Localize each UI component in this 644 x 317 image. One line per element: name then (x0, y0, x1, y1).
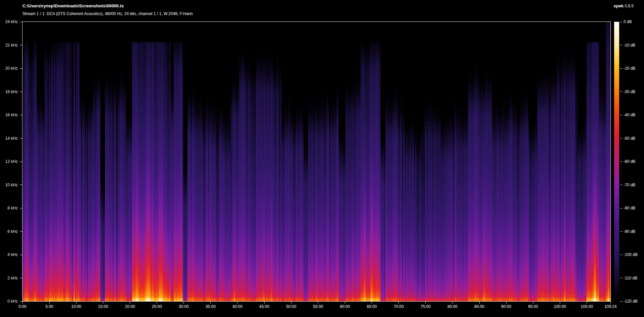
time-tick-label: 40:00 (232, 304, 243, 309)
time-tick (610, 302, 611, 304)
colorbar-tick-label: -20 dB (624, 66, 635, 71)
frequency-tick-label: 4 kHz (0, 252, 18, 257)
colorbar-tick-label: -50 dB (624, 136, 635, 141)
frequency-tick (20, 45, 22, 45)
time-tick-label: 100:00 (554, 304, 566, 309)
spectrogram-heatmap (22, 22, 610, 301)
frequency-tick-label: 20 kHz (0, 66, 18, 71)
time-tick (560, 302, 560, 304)
time-tick (318, 302, 318, 304)
time-tick (506, 302, 506, 304)
app-brand: spek 0.8.5 (613, 3, 634, 8)
frequency-tick (20, 138, 22, 138)
app-name: spek (613, 3, 624, 8)
time-tick (479, 302, 480, 304)
time-tick-label: 45:00 (259, 304, 269, 309)
colorbar-tick (620, 91, 622, 92)
time-tick-label: 65:00 (367, 304, 377, 309)
frequency-tick (20, 68, 22, 69)
time-tick-label: 90:00 (501, 304, 511, 309)
time-tick-label: 95:00 (528, 304, 538, 309)
time-tick (49, 302, 50, 304)
time-tick-label: 20:00 (125, 304, 135, 309)
frequency-tick (20, 185, 22, 185)
time-tick (22, 302, 23, 304)
frequency-tick-label: 16 kHz (0, 113, 18, 117)
stream-info: Stream 1 / 1: DCA (DTS Coherent Acoustic… (22, 11, 193, 16)
colorbar-tick (620, 138, 622, 138)
time-tick-label: 30:00 (179, 304, 189, 309)
colorbar-tick (620, 22, 622, 22)
spectrogram-plot-frame (22, 21, 611, 302)
time-tick-label: 85:00 (474, 304, 484, 309)
frequency-tick-label: 22 kHz (0, 43, 18, 48)
colorbar-tick (620, 68, 622, 69)
time-tick-label: 35:00 (206, 304, 216, 309)
frequency-tick-label: 12 kHz (0, 159, 18, 164)
time-tick-label: 70:00 (394, 304, 404, 309)
frequency-tick-label: 0 kHz (0, 299, 18, 304)
colorbar-tick (620, 278, 622, 278)
time-tick (264, 302, 265, 304)
frequency-tick (20, 91, 22, 92)
colorbar-tick (620, 208, 622, 208)
time-tick (372, 302, 372, 304)
colorbar-tick-label: -120 dB (624, 299, 638, 304)
frequency-tick (20, 115, 22, 115)
app-version: 0.8.5 (625, 4, 634, 8)
time-tick-label: 109:24 (604, 304, 617, 309)
frequency-tick-label: 14 kHz (0, 136, 18, 141)
time-tick-label: 80:00 (447, 304, 458, 309)
time-tick (237, 302, 237, 304)
frequency-tick (20, 301, 22, 302)
file-path-title: C:\Users\rynep\Downloads\Screenshots\000… (22, 3, 124, 8)
colorbar-tick (620, 301, 622, 302)
time-tick-label: 60:00 (340, 304, 350, 309)
time-tick-label: 5:00 (45, 304, 53, 309)
colorbar-tick-label: -40 dB (624, 113, 635, 117)
frequency-tick-label: 2 kHz (0, 276, 18, 280)
colorbar-tick (620, 185, 622, 185)
time-tick (183, 302, 184, 304)
time-tick (533, 302, 533, 304)
time-tick (210, 302, 211, 304)
colorbar-tick (620, 231, 622, 232)
frequency-tick (20, 22, 22, 22)
colorbar-tick-label: -10 dB (624, 43, 635, 48)
colorbar-tick-label: -100 dB (624, 252, 638, 257)
frequency-tick-label: 10 kHz (0, 183, 18, 187)
time-tick (76, 302, 76, 304)
time-tick (398, 302, 399, 304)
colorbar-tick-label: -60 dB (624, 159, 635, 164)
time-tick-label: 50:00 (286, 304, 296, 309)
colorbar-tick-label: -110 dB (624, 276, 637, 280)
time-tick-label: 15:00 (98, 304, 108, 309)
time-tick-label: 105:00 (581, 304, 593, 309)
colorbar-tick-label: -30 dB (624, 89, 635, 94)
time-tick (345, 302, 345, 304)
frequency-tick (20, 278, 22, 278)
frequency-tick-label: 18 kHz (0, 89, 18, 94)
frequency-tick-label: 24 kHz (0, 19, 18, 24)
time-tick-label: 25:00 (152, 304, 162, 309)
frequency-tick (20, 162, 22, 162)
colorbar-tick-label: -90 dB (624, 229, 635, 234)
frequency-tick (20, 208, 22, 208)
time-tick-label: 55:00 (313, 304, 323, 309)
time-tick (425, 302, 426, 304)
colorbar (614, 22, 619, 301)
time-tick (103, 302, 103, 304)
time-tick (587, 302, 587, 304)
time-tick (452, 302, 452, 304)
time-tick-label: 75:00 (421, 304, 431, 309)
frequency-tick (20, 255, 22, 255)
colorbar-tick-label: 0 dB (624, 19, 632, 24)
frequency-tick (20, 231, 22, 232)
colorbar-tick-label: -80 dB (624, 206, 635, 210)
time-tick (157, 302, 157, 304)
colorbar-tick (620, 255, 622, 255)
frequency-tick-label: 8 kHz (0, 206, 18, 210)
frequency-tick-label: 6 kHz (0, 229, 18, 234)
colorbar-tick (620, 45, 622, 45)
colorbar-tick (620, 115, 622, 115)
